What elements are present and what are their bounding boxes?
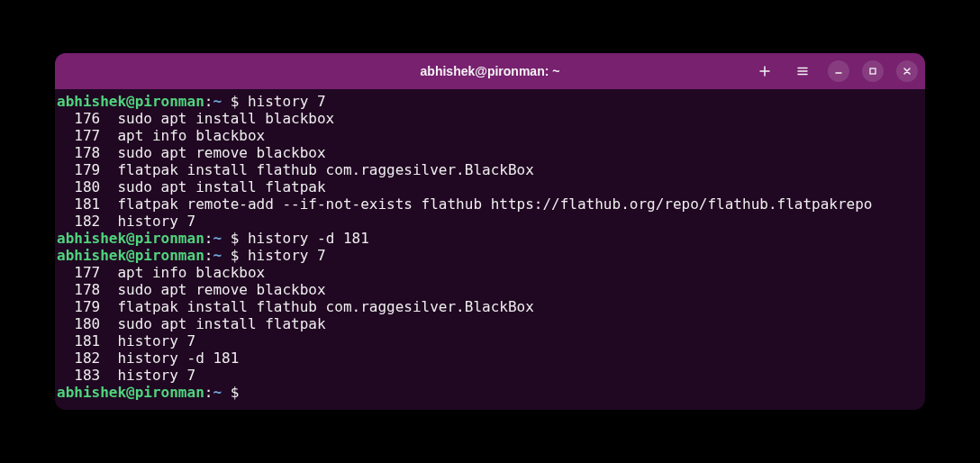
history-line: 180 sudo apt install flatpak bbox=[57, 178, 923, 195]
titlebar[interactable]: abhishek@pironman: ~ bbox=[55, 53, 925, 89]
prompt-colon: : bbox=[204, 247, 213, 264]
command-text: history -d 181 bbox=[248, 230, 369, 247]
history-line: 181 flatpak remote-add --if-not-exists f… bbox=[57, 195, 923, 213]
history-line: 183 history 7 bbox=[57, 367, 923, 384]
history-line: 179 flatpak install flathub com.raggesil… bbox=[57, 298, 923, 315]
prompt-host: pironman bbox=[135, 93, 204, 110]
history-line: 182 history -d 181 bbox=[57, 350, 923, 367]
prompt-colon: : bbox=[204, 384, 213, 401]
prompt-symbol: $ bbox=[231, 230, 240, 247]
terminal-body[interactable]: abhishek@pironman:~ $ history 7 176 sudo… bbox=[55, 89, 925, 410]
prompt-at: @ bbox=[126, 384, 135, 401]
prompt-at: @ bbox=[126, 247, 135, 264]
prompt-host: pironman bbox=[135, 230, 204, 247]
prompt-user: abhishek bbox=[57, 230, 126, 247]
maximize-icon bbox=[868, 67, 877, 76]
terminal-window: abhishek@pironman: ~ bbox=[55, 53, 925, 410]
minimize-button[interactable] bbox=[828, 60, 849, 82]
prompt-user: abhishek bbox=[57, 247, 126, 264]
history-line: 179 flatpak install flathub com.raggesil… bbox=[57, 161, 923, 178]
history-line: 181 history 7 bbox=[57, 332, 923, 350]
plus-icon bbox=[758, 65, 771, 77]
prompt-symbol: $ bbox=[231, 384, 240, 401]
history-line: 178 sudo apt remove blackbox bbox=[57, 144, 923, 161]
history-line: 177 apt info blackbox bbox=[57, 127, 923, 144]
prompt-path: ~ bbox=[213, 93, 222, 110]
prompt-path: ~ bbox=[213, 384, 222, 401]
history-line: 180 sudo apt install flatpak bbox=[57, 315, 923, 332]
close-icon bbox=[903, 67, 912, 76]
minimize-icon bbox=[834, 67, 843, 76]
command-text: history 7 bbox=[248, 247, 326, 264]
window-title: abhishek@pironman: ~ bbox=[421, 64, 560, 78]
close-button[interactable] bbox=[896, 60, 918, 82]
prompt-user: abhishek bbox=[57, 384, 126, 401]
prompt-line: abhishek@pironman:~ $ history 7 bbox=[57, 93, 923, 110]
new-tab-button[interactable] bbox=[752, 59, 777, 84]
history-line: 178 sudo apt remove blackbox bbox=[57, 281, 923, 298]
history-line: 176 sudo apt install blackbox bbox=[57, 110, 923, 127]
prompt-colon: : bbox=[204, 230, 213, 247]
prompt-line: abhishek@pironman:~ $ bbox=[57, 384, 923, 401]
prompt-host: pironman bbox=[135, 384, 204, 401]
prompt-colon: : bbox=[204, 93, 213, 110]
prompt-line: abhishek@pironman:~ $ history -d 181 bbox=[57, 230, 923, 247]
svg-rect-0 bbox=[870, 68, 876, 74]
prompt-symbol: $ bbox=[231, 247, 240, 264]
prompt-at: @ bbox=[126, 93, 135, 110]
history-line: 177 apt info blackbox bbox=[57, 264, 923, 281]
prompt-host: pironman bbox=[135, 247, 204, 264]
titlebar-controls bbox=[752, 59, 918, 84]
maximize-button[interactable] bbox=[862, 60, 884, 82]
prompt-line: abhishek@pironman:~ $ history 7 bbox=[57, 247, 923, 264]
prompt-at: @ bbox=[126, 230, 135, 247]
prompt-symbol: $ bbox=[231, 93, 240, 110]
command-text: history 7 bbox=[248, 93, 326, 110]
history-line: 182 history 7 bbox=[57, 213, 923, 230]
menu-button[interactable] bbox=[790, 59, 815, 84]
prompt-path: ~ bbox=[213, 247, 222, 264]
hamburger-icon bbox=[796, 65, 809, 77]
prompt-user: abhishek bbox=[57, 93, 126, 110]
prompt-path: ~ bbox=[213, 230, 222, 247]
